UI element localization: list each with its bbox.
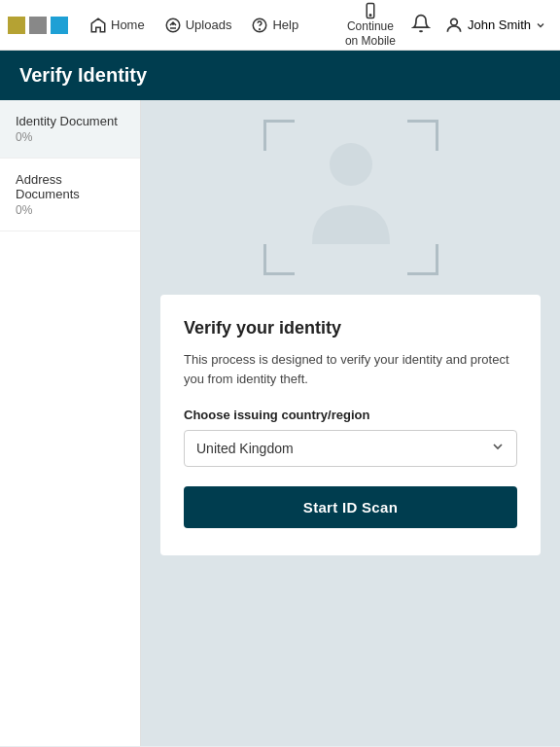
user-icon [444,16,464,35]
scan-frame [263,120,438,275]
logo-gold [8,17,25,34]
on-mobile-label: on Mobile [345,34,396,48]
sidebar: Identity Document 0% Address Documents 0… [0,100,141,746]
svg-point-5 [451,18,458,25]
logo-blue [51,17,68,34]
corner-tl [263,120,295,151]
logo-gray [29,17,47,34]
country-select[interactable]: United Kingdom United States Canada Aust… [184,430,517,467]
sidebar-item-identity-document[interactable]: Identity Document 0% [0,100,140,159]
country-select-wrapper: United Kingdom United States Canada Aust… [184,430,517,467]
main-content-area: Verify your identity This process is des… [141,100,560,746]
nav-continue-mobile[interactable]: Continue on Mobile [337,2,403,48]
help-label: Help [272,18,298,32]
home-icon [89,17,107,34]
corner-br [407,244,438,275]
notifications-button[interactable] [403,14,438,37]
sidebar-item-identity-label: Identity Document [16,114,124,128]
nav-uploads[interactable]: Uploads [155,17,242,34]
chevron-down-icon [535,19,546,31]
user-menu[interactable]: John Smith [438,16,552,35]
svg-point-6 [330,143,372,186]
uploads-label: Uploads [186,18,232,32]
upload-icon [164,17,182,34]
continue-label: Continue [347,19,394,33]
start-id-scan-button[interactable]: Start ID Scan [184,486,517,528]
sidebar-item-address-label: Address Documents [16,172,124,201]
svg-point-2 [260,28,261,29]
home-label: Home [111,18,145,32]
form-title: Verify your identity [184,318,517,338]
nav-help[interactable]: Help [241,17,308,34]
corner-bl [263,244,295,275]
form-description: This process is designed to verify your … [184,350,517,388]
user-name: John Smith [468,18,531,32]
verify-form-card: Verify your identity This process is des… [160,295,541,555]
svg-point-4 [369,15,371,17]
top-navigation: Home Uploads Help Continue on Mobile [0,0,560,51]
page-title: Verify Identity [19,64,147,86]
logo [8,17,68,34]
bell-icon [411,14,431,33]
person-silhouette [307,137,395,258]
country-label: Choose issuing country/region [184,408,517,422]
sidebar-item-address-documents[interactable]: Address Documents 0% [0,159,140,231]
sidebar-item-address-pct: 0% [16,203,124,217]
corner-tr [407,120,438,151]
help-icon [251,17,268,34]
mobile-icon [362,2,379,19]
sidebar-item-identity-pct: 0% [16,130,124,144]
page-header: Verify Identity [0,51,560,100]
main-layout: Identity Document 0% Address Documents 0… [0,100,560,746]
scan-illustration [141,100,560,295]
nav-home[interactable]: Home [80,17,155,34]
